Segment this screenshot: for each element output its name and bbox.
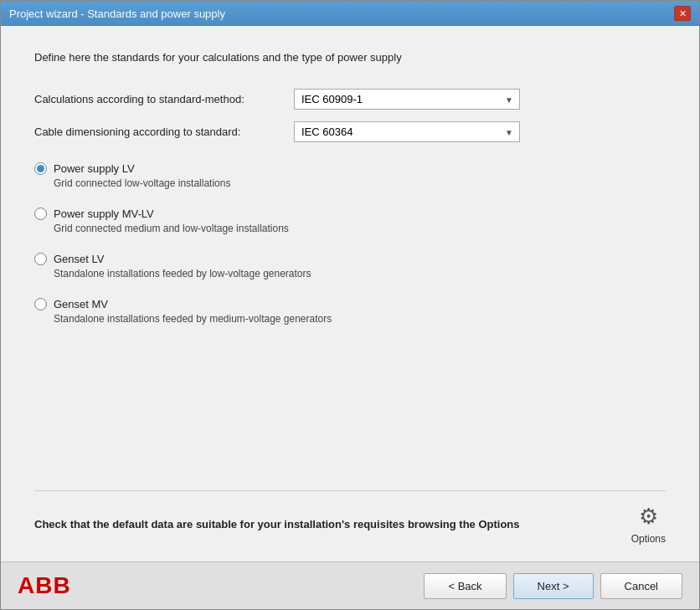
calculations-dropdown-wrapper: IEC 60909-1 (294, 89, 520, 110)
radio-group-power-lv: Power supply LV Grid connected low-volta… (34, 162, 666, 189)
cable-row: Cable dimensioning according to standard… (34, 121, 666, 142)
title-bar: Project wizard - Standards and power sup… (1, 1, 699, 26)
title-bar-buttons: ✕ (674, 6, 691, 21)
calculations-row: Calculations according to standard-metho… (34, 89, 666, 110)
gear-icon: ⚙ (639, 504, 658, 530)
options-button[interactable]: ⚙ Options (631, 504, 666, 545)
radio-desc-power-lv: Grid connected low-voltage installations (54, 177, 666, 189)
radio-genset-mv[interactable] (34, 298, 47, 310)
radio-power-mv-lv[interactable] (34, 208, 47, 220)
cable-label: Cable dimensioning according to standard… (34, 126, 294, 138)
abb-logo: ABB (18, 572, 71, 599)
close-button[interactable]: ✕ (674, 6, 691, 21)
radio-title-genset-lv: Genset LV (54, 253, 104, 265)
options-label: Options (631, 533, 666, 545)
calculations-dropdown[interactable]: IEC 60909-1 (294, 89, 520, 110)
radio-row-genset-mv: Genset MV (34, 298, 666, 310)
cancel-button[interactable]: Cancel (600, 573, 682, 599)
cable-dropdown[interactable]: IEC 60364 (294, 121, 520, 142)
radio-row-genset-lv: Genset LV (34, 253, 666, 265)
radio-group-power-mv-lv: Power supply MV-LV Grid connected medium… (34, 208, 666, 234)
cable-dropdown-wrapper: IEC 60364 (294, 121, 520, 142)
radio-desc-genset-lv: Standalone installations feeded by low-v… (54, 268, 666, 279)
next-button[interactable]: Next > (513, 573, 594, 599)
back-button[interactable]: < Back (424, 573, 506, 599)
radio-row-power-lv: Power supply LV (34, 162, 666, 175)
radio-power-lv[interactable] (34, 162, 47, 175)
radio-group-genset-lv: Genset LV Standalone installations feede… (34, 253, 666, 279)
page-description: Define here the standards for your calcu… (34, 51, 666, 64)
radio-title-genset-mv: Genset MV (54, 298, 108, 310)
bottom-text: Check that the default data are suitable… (34, 516, 520, 533)
radio-genset-lv[interactable] (34, 253, 47, 265)
radio-desc-genset-mv: Standalone installations feeded by mediu… (54, 313, 666, 325)
radio-desc-power-mv-lv: Grid connected medium and low-voltage in… (54, 223, 666, 234)
radio-row-power-mv-lv: Power supply MV-LV (34, 208, 666, 220)
bottom-section: Check that the default data are suitable… (34, 490, 666, 545)
radio-section: Power supply LV Grid connected low-volta… (34, 162, 666, 482)
calculations-label: Calculations according to standard-metho… (34, 93, 294, 105)
footer: ABB < Back Next > Cancel (1, 561, 699, 609)
window-title: Project wizard - Standards and power sup… (9, 8, 225, 20)
radio-group-genset-mv: Genset MV Standalone installations feede… (34, 298, 666, 325)
footer-buttons: < Back Next > Cancel (424, 573, 682, 599)
content-area: Define here the standards for your calcu… (1, 26, 699, 561)
radio-title-power-mv-lv: Power supply MV-LV (54, 208, 154, 220)
main-window: Project wizard - Standards and power sup… (0, 0, 700, 610)
radio-title-power-lv: Power supply LV (54, 162, 135, 175)
